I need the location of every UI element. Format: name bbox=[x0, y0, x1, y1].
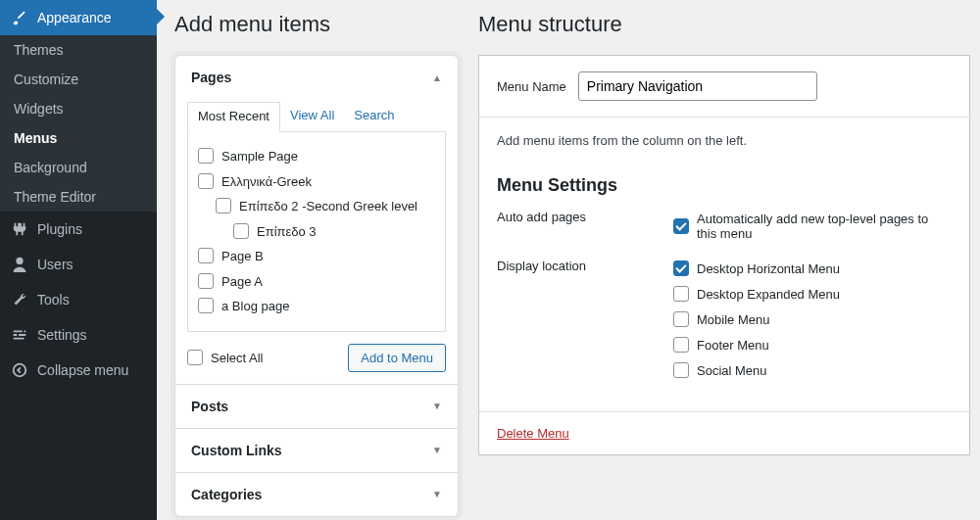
sidebar-item-label: Settings bbox=[37, 327, 87, 343]
menu-structure-column: Menu structure Menu Name Add menu items … bbox=[478, 0, 980, 520]
display-location-row: Display location Desktop Horizontal Menu… bbox=[497, 259, 952, 386]
checkbox[interactable] bbox=[673, 260, 689, 276]
wrench-icon bbox=[10, 290, 29, 309]
sidebar-sub-customize[interactable]: Customize bbox=[0, 65, 157, 94]
page-row[interactable]: Επίπεδο 3 bbox=[198, 219, 435, 245]
page-row[interactable]: Page A bbox=[198, 269, 435, 295]
auto-add-option[interactable]: Automatically add new top-level pages to… bbox=[673, 210, 952, 249]
checkbox[interactable] bbox=[673, 337, 689, 353]
page-row[interactable]: a Blog page bbox=[198, 294, 435, 319]
pages-accordion-header[interactable]: Pages ▲ bbox=[175, 56, 458, 99]
sidebar-item-settings[interactable]: Settings bbox=[0, 317, 157, 353]
sidebar-item-label: Plugins bbox=[37, 221, 82, 237]
checkbox[interactable] bbox=[216, 198, 231, 213]
custom-links-accordion-header[interactable]: Custom Links ▼ bbox=[175, 429, 458, 472]
page-row[interactable]: Page B bbox=[198, 244, 435, 269]
sidebar-sub-menus[interactable]: Menus bbox=[0, 123, 157, 153]
sidebar-sub-themes[interactable]: Themes bbox=[0, 35, 157, 65]
sidebar-item-label: Appearance bbox=[37, 10, 112, 25]
checkbox[interactable] bbox=[198, 173, 214, 189]
tab-search[interactable]: Search bbox=[344, 102, 404, 132]
sidebar-item-collapse[interactable]: Collapse menu bbox=[0, 353, 157, 388]
checkbox[interactable] bbox=[198, 298, 214, 313]
pages-section: Pages ▲ Most Recent View All Search Samp… bbox=[175, 56, 458, 384]
svg-point-0 bbox=[14, 364, 26, 377]
page-row[interactable]: Ελληνικά-Greek bbox=[198, 169, 435, 195]
page-label: Page B bbox=[221, 247, 264, 266]
display-option[interactable]: Mobile Menu bbox=[673, 309, 952, 335]
sidebar-item-label: Users bbox=[37, 257, 74, 272]
structure-heading: Menu structure bbox=[478, 0, 970, 55]
auto-add-row: Auto add pages Automatically add new top… bbox=[497, 210, 952, 249]
page-row[interactable]: Sample Page bbox=[198, 144, 435, 169]
menu-name-row: Menu Name bbox=[479, 56, 969, 118]
option-label: Desktop Horizontal Menu bbox=[697, 261, 840, 276]
brush-icon bbox=[10, 8, 29, 27]
checkbox[interactable] bbox=[673, 311, 689, 327]
add-menu-items-column: Add menu items Pages ▲ Most Recent View … bbox=[174, 0, 459, 520]
posts-accordion-header[interactable]: Posts ▼ bbox=[175, 385, 458, 428]
display-option[interactable]: Desktop Horizontal Menu bbox=[673, 259, 952, 284]
pages-title: Pages bbox=[191, 70, 231, 85]
plug-icon bbox=[10, 219, 29, 239]
display-option[interactable]: Desktop Expanded Menu bbox=[673, 284, 952, 309]
tab-most-recent[interactable]: Most Recent bbox=[187, 102, 280, 132]
main-content: Add menu items Pages ▲ Most Recent View … bbox=[157, 0, 980, 520]
checkbox[interactable] bbox=[673, 286, 689, 302]
tab-view-all[interactable]: View All bbox=[280, 102, 344, 132]
sidebar-item-users[interactable]: Users bbox=[0, 247, 157, 282]
auto-add-label: Auto add pages bbox=[497, 210, 673, 249]
option-label: Desktop Expanded Menu bbox=[697, 287, 840, 302]
sliders-icon bbox=[10, 325, 29, 345]
checkbox[interactable] bbox=[198, 248, 214, 263]
checkbox[interactable] bbox=[198, 148, 214, 164]
page-row[interactable]: Επίπεδο 2 -Second Greek level bbox=[198, 194, 435, 219]
categories-accordion-header[interactable]: Categories ▼ bbox=[175, 473, 458, 516]
menu-name-label: Menu Name bbox=[497, 79, 566, 94]
sidebar-item-appearance[interactable]: Appearance bbox=[0, 0, 157, 35]
page-label: Επίπεδο 3 bbox=[257, 222, 317, 242]
user-icon bbox=[10, 255, 29, 274]
sidebar-sub-widgets[interactable]: Widgets bbox=[0, 94, 157, 123]
sidebar-item-plugins[interactable]: Plugins bbox=[0, 212, 157, 247]
pages-tabs: Most Recent View All Search bbox=[187, 101, 446, 132]
sidebar-sub-background[interactable]: Background bbox=[0, 153, 157, 182]
sidebar-item-label: Tools bbox=[37, 292, 70, 307]
categories-title: Categories bbox=[191, 487, 262, 502]
option-label: Automatically add new top-level pages to… bbox=[697, 212, 952, 241]
page-label: Επίπεδο 2 -Second Greek level bbox=[239, 197, 417, 216]
sidebar-item-label: Collapse menu bbox=[37, 362, 128, 378]
sidebar-item-tools[interactable]: Tools bbox=[0, 282, 157, 317]
sidebar-sub-theme-editor[interactable]: Theme Editor bbox=[0, 182, 157, 212]
delete-menu-link[interactable]: Delete Menu bbox=[497, 426, 569, 441]
display-option[interactable]: Social Menu bbox=[673, 360, 952, 386]
checkbox[interactable] bbox=[673, 218, 689, 234]
page-label: Page A bbox=[221, 272, 263, 292]
menu-name-input[interactable] bbox=[578, 71, 817, 101]
select-all-row[interactable]: Select All bbox=[187, 350, 263, 365]
admin-sidebar: Appearance Themes Customize Widgets Menu… bbox=[0, 0, 157, 520]
posts-section: Posts ▼ bbox=[175, 384, 458, 428]
menu-settings-heading: Menu Settings bbox=[497, 175, 952, 196]
collapse-icon bbox=[10, 360, 29, 380]
posts-title: Posts bbox=[191, 399, 228, 414]
checkbox[interactable] bbox=[673, 362, 689, 378]
checkbox[interactable] bbox=[233, 223, 249, 239]
display-option[interactable]: Footer Menu bbox=[673, 335, 952, 360]
add-items-accordion: Pages ▲ Most Recent View All Search Samp… bbox=[174, 55, 459, 517]
custom-links-title: Custom Links bbox=[191, 443, 282, 458]
select-all-label: Select All bbox=[211, 351, 263, 365]
checkbox[interactable] bbox=[198, 273, 214, 289]
add-items-hint: Add menu items from the column on the le… bbox=[497, 133, 952, 148]
add-to-menu-button[interactable]: Add to Menu bbox=[348, 344, 446, 372]
triangle-up-icon: ▲ bbox=[432, 72, 442, 83]
categories-section: Categories ▼ bbox=[175, 472, 458, 516]
display-location-label: Display location bbox=[497, 259, 673, 386]
page-label: a Blog page bbox=[221, 297, 289, 316]
custom-links-section: Custom Links ▼ bbox=[175, 428, 458, 472]
menu-frame: Menu Name Add menu items from the column… bbox=[478, 55, 970, 455]
option-label: Footer Menu bbox=[697, 338, 769, 353]
checkbox[interactable] bbox=[187, 350, 203, 365]
add-items-heading: Add menu items bbox=[174, 0, 459, 55]
page-label: Sample Page bbox=[221, 147, 298, 166]
